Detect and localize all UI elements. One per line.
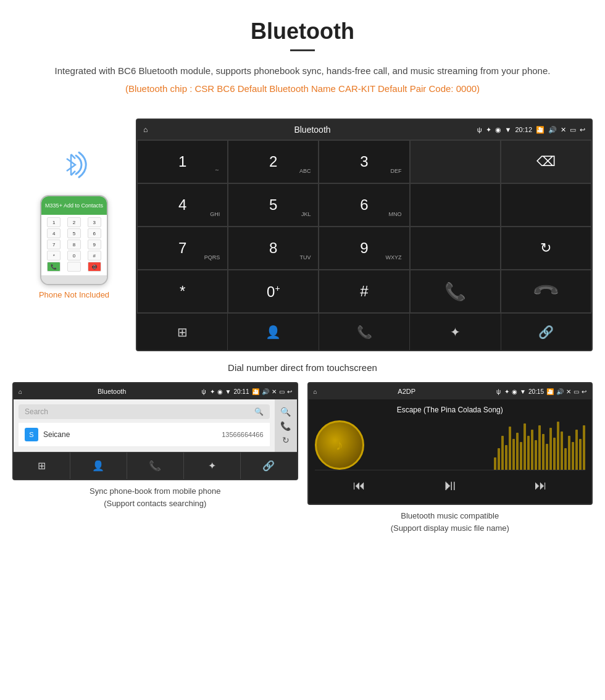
viz-bar — [535, 440, 537, 470]
bluetooth-signal-area — [52, 143, 96, 189]
music-win-icon[interactable]: ▭ — [574, 388, 579, 395]
music-visualizer — [370, 420, 586, 470]
dialer-row-1: 1 ～ 2 ABC 3 DEF ⌫ — [137, 140, 591, 183]
prev-button[interactable]: ⏮ — [353, 478, 365, 493]
keypad-row-1: 1 2 3 — [44, 217, 104, 227]
call-green-button[interactable]: 📞 — [410, 270, 501, 313]
key-3: 3 — [88, 217, 101, 227]
back-icon[interactable]: ↩ — [580, 126, 585, 134]
viz-bar — [575, 430, 578, 470]
pb-nav-bt[interactable]: ✦ — [184, 452, 241, 479]
dialer-bottom-nav: ⊞ 👤 📞 ✦ 🔗 — [137, 313, 591, 350]
viz-bar — [561, 431, 563, 470]
key-5[interactable]: 5 JKL — [228, 183, 319, 227]
pb-refresh-icon[interactable]: ↻ — [282, 435, 290, 445]
call-red-icon: 📞 — [531, 277, 561, 306]
call-red-button[interactable]: 📞 — [501, 270, 591, 313]
add-contacts: + Add to Contacts — [59, 202, 103, 209]
key-1: 1 — [47, 217, 60, 227]
contact-number: 13566664466 — [222, 431, 263, 438]
key-7[interactable]: 7 PQRS — [137, 227, 228, 270]
phone-keypad: 1 2 3 4 5 6 7 8 9 * 0 # — [41, 215, 107, 275]
pb-win-icon[interactable]: ▭ — [279, 388, 285, 395]
key-1[interactable]: 1 ～ — [137, 140, 228, 183]
signal-icon: ▼ — [505, 126, 512, 133]
home-icon[interactable]: ⌂ — [143, 125, 148, 134]
music-loc-icon: ◉ — [512, 388, 517, 395]
play-pause-button[interactable]: ⏯ — [443, 477, 457, 494]
pb-search-icon[interactable]: 🔍 — [280, 407, 291, 417]
pb-call-strip-icon[interactable]: 📞 — [280, 421, 291, 431]
key-3[interactable]: 3 DEF — [319, 140, 409, 183]
viz-bar — [531, 430, 533, 470]
music-controls: ⏮ ⏯ ⏭ — [315, 470, 586, 498]
phone-column: M335 + Add to Contacts 1 2 3 4 5 6 7 8 9 — [12, 119, 136, 351]
close-icon[interactable]: ✕ — [561, 126, 566, 134]
key-call: 📞 — [47, 262, 60, 272]
refresh-button[interactable]: ↻ — [501, 227, 591, 270]
pb-bt-icon: ✦ — [210, 388, 215, 395]
music-screen-title: A2DP — [317, 388, 496, 395]
search-bar[interactable]: Search 🔍 — [19, 404, 270, 419]
viz-bar — [527, 436, 530, 470]
nav-call[interactable]: 📞 — [319, 314, 410, 350]
viz-bar — [494, 457, 496, 470]
pb-nav-grid[interactable]: ⊞ — [14, 452, 70, 479]
key-6: 6 — [88, 228, 101, 238]
delete-button[interactable]: ⌫ — [501, 140, 591, 183]
nav-contacts[interactable]: 👤 — [228, 314, 319, 350]
key-6[interactable]: 6 MNO — [319, 183, 409, 227]
pb-nav-call[interactable]: 📞 — [127, 452, 184, 479]
keypad-row-5: 📞 📵 — [44, 262, 104, 272]
empty-1 — [410, 183, 501, 227]
viz-bar — [498, 448, 500, 470]
key-9[interactable]: 9 WXYZ — [319, 227, 409, 270]
main-content-area: M335 + Add to Contacts 1 2 3 4 5 6 7 8 9 — [0, 119, 605, 351]
pb-nav-contacts[interactable]: 👤 — [70, 452, 127, 479]
phone-bottom — [41, 275, 107, 284]
phone-mockup: M335 + Add to Contacts 1 2 3 4 5 6 7 8 9 — [40, 195, 108, 285]
pb-title: Bluetooth — [22, 388, 201, 395]
window-icon[interactable]: ▭ — [570, 126, 576, 134]
music-content: ♪ — [315, 420, 586, 470]
pb-close-icon[interactable]: ✕ — [272, 388, 277, 395]
viz-bar — [538, 425, 541, 470]
viz-bar — [583, 425, 585, 470]
pb-back-icon[interactable]: ↩ — [287, 388, 292, 395]
contact-row[interactable]: S Seicane 13566664466 — [19, 423, 270, 447]
screen-title: Bluetooth — [148, 125, 477, 135]
music-close-icon[interactable]: ✕ — [566, 388, 571, 395]
next-button[interactable]: ⏭ — [535, 478, 547, 493]
viz-bar — [505, 445, 507, 470]
pb-nav-link[interactable]: 🔗 — [241, 452, 297, 479]
music-back-icon[interactable]: ↩ — [582, 388, 586, 395]
dialer-caption: Dial number direct from touchscreen — [0, 357, 605, 382]
title-divider — [290, 49, 315, 51]
empty-3 — [410, 227, 501, 270]
music-caption: Bluetooth music compatible (Support disp… — [307, 505, 593, 539]
music-screen-wrap: ⌂ A2DP ψ ✦ ◉ ▼ 20:15 🎦 🔊 ✕ ▭ ↩ Escape (T… — [307, 382, 593, 539]
key-7: 7 — [47, 240, 60, 249]
viz-bar — [553, 438, 556, 470]
key-8[interactable]: 8 TUV — [228, 227, 319, 270]
nav-bluetooth[interactable]: ✦ — [410, 314, 501, 350]
key-star[interactable]: * — [137, 270, 228, 313]
viz-bar — [516, 433, 519, 470]
key-2[interactable]: 2 ABC — [228, 140, 319, 183]
time-display: 20:12 — [515, 126, 532, 133]
key-4[interactable]: 4 GHI — [137, 183, 228, 227]
key-hash[interactable]: # — [319, 270, 409, 313]
phonebook-caption: Sync phone-book from mobile phone (Suppo… — [12, 480, 298, 514]
keypad-row-3: 7 8 9 — [44, 240, 104, 249]
music-usb-icon: ψ — [496, 388, 501, 395]
call-indicator: M335 — [45, 202, 59, 209]
key-empty — [67, 262, 81, 272]
key-8: 8 — [67, 240, 81, 249]
key-0[interactable]: 0+ — [228, 270, 319, 313]
key-5: 5 — [67, 228, 81, 238]
phonebook-car-screen: ⌂ Bluetooth ψ ✦ ◉ ▼ 20:11 🎦 🔊 ✕ ▭ ↩ — [12, 382, 298, 480]
bottom-screens-area: ⌂ Bluetooth ψ ✦ ◉ ▼ 20:11 🎦 🔊 ✕ ▭ ↩ — [0, 382, 605, 539]
nav-grid[interactable]: ⊞ — [137, 314, 228, 350]
call-green-icon: 📞 — [444, 281, 466, 302]
nav-link[interactable]: 🔗 — [501, 314, 591, 350]
